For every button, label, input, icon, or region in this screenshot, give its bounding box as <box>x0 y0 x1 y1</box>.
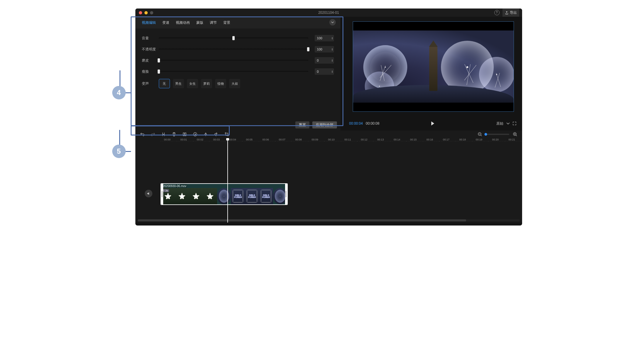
ruler-tick: 00:07 <box>275 138 292 144</box>
slider-smooth-skin-thumb[interactable] <box>158 58 160 62</box>
zoom-out-button[interactable] <box>477 131 483 137</box>
stepper-smooth-skin[interactable]: ▴▾ <box>332 59 333 62</box>
clip-trim-right[interactable] <box>285 184 287 204</box>
clip-trim-left[interactable] <box>161 184 163 204</box>
reset-button[interactable]: 重置 <box>295 121 309 128</box>
ruler-tick: 00:10 <box>325 138 341 144</box>
clip-thumbnails: GIRLSPOWER GIRLSPOWER GIRLSPOWER <box>161 188 287 204</box>
ruler-tick: 00:03 <box>210 138 226 144</box>
label-smooth-skin: 磨皮 <box>142 58 159 63</box>
apply-all-button[interactable]: 应用到全部 <box>312 121 337 128</box>
label-slim-face: 瘦脸 <box>142 69 159 74</box>
slider-opacity[interactable] <box>159 46 308 52</box>
ruler-tick: 00:21 <box>505 138 522 144</box>
mirror-button[interactable] <box>203 131 209 137</box>
undo-button[interactable] <box>139 131 145 137</box>
panel-collapse-button[interactable] <box>329 19 336 26</box>
snap-button[interactable] <box>182 131 188 137</box>
properties-panel: 视频编辑 变速 视频动画 蒙版 调节 背景 音量 <box>135 17 340 130</box>
delete-button[interactable] <box>171 131 177 137</box>
slider-slim-face[interactable] <box>159 69 308 74</box>
timeline-scrollbar[interactable] <box>138 219 520 221</box>
chevron-down-icon[interactable] <box>506 122 510 125</box>
properties-tabs: 视频编辑 变速 视频动画 蒙版 调节 背景 <box>135 17 340 28</box>
row-smooth-skin: 磨皮 0 ▴▾ <box>142 55 334 66</box>
tab-video-anim[interactable]: 视频动画 <box>176 20 190 25</box>
zoom-slider-thumb[interactable] <box>484 133 487 136</box>
crop-icon <box>224 132 229 137</box>
tab-mask[interactable]: 蒙版 <box>196 20 203 25</box>
slider-slim-face-thumb[interactable] <box>158 69 160 74</box>
voice-opt-none[interactable]: 无 <box>159 79 170 88</box>
slider-opacity-thumb[interactable] <box>307 47 309 51</box>
stepper-opacity[interactable]: ▴▾ <box>332 48 333 51</box>
voice-opt-monster[interactable]: 怪物 <box>215 79 226 88</box>
voice-opt-male[interactable]: 男生 <box>173 79 184 88</box>
tab-speed[interactable]: 变速 <box>162 20 169 25</box>
ruler-tick: 00:01 <box>177 138 193 144</box>
ruler-tick: 00:19 <box>472 138 489 144</box>
crop-button[interactable] <box>224 131 230 137</box>
video-clip[interactable]: GIRLSPOWER GIRLSPOWER GIRLSPOWER 2020093… <box>161 183 288 205</box>
voice-opt-female[interactable]: 女生 <box>187 79 198 88</box>
voice-opt-loli[interactable]: 萝莉 <box>201 79 212 88</box>
stepper-slim-face[interactable]: ▴▾ <box>332 70 333 73</box>
zoom-in-icon <box>513 132 517 137</box>
value-volume[interactable]: 100 ▴▾ <box>315 35 334 41</box>
split-button[interactable] <box>161 131 166 137</box>
zoom-in-button[interactable] <box>512 131 518 137</box>
upper-row: 视频编辑 变速 视频动画 蒙版 调节 背景 音量 <box>135 17 522 130</box>
slider-volume[interactable] <box>159 35 308 41</box>
rotate-icon <box>214 132 219 137</box>
ruler-tick: 00:08 <box>292 138 308 144</box>
properties-footer: 重置 应用到全部 <box>135 119 340 130</box>
timeline-scrollbar-thumb[interactable] <box>138 219 466 221</box>
tab-background[interactable]: 背景 <box>223 20 230 25</box>
rotate-button[interactable] <box>213 131 219 137</box>
tab-video-edit[interactable]: 视频编辑 <box>142 20 156 25</box>
voice-opt-uncle[interactable]: 大叔 <box>229 79 240 88</box>
split-icon <box>161 132 166 137</box>
preview-frame-art <box>353 30 514 103</box>
slider-volume-thumb[interactable] <box>232 36 235 40</box>
zoom-mode-label[interactable]: 原始 <box>496 121 503 126</box>
properties-body: 音量 100 ▴▾ 不透明度 <box>135 28 340 119</box>
fullscreen-icon[interactable] <box>513 122 516 125</box>
row-opacity: 不透明度 100 ▴▾ <box>142 44 334 55</box>
track-mute-button[interactable] <box>145 190 152 197</box>
label-opacity: 不透明度 <box>142 47 159 52</box>
preview-timecodes: 00:00:04 00:00:08 <box>349 121 379 126</box>
undo-icon <box>140 132 145 137</box>
project-title: 20201104-01 <box>135 9 522 17</box>
timeline-area[interactable]: GIRLSPOWER GIRLSPOWER GIRLSPOWER 2020093… <box>135 144 522 223</box>
clip-filename: 20200930-06.mov <box>162 184 187 188</box>
label-voice-change: 变声 <box>142 81 159 86</box>
value-smooth-skin[interactable]: 0 ▴▾ <box>315 57 334 64</box>
stepper-volume[interactable]: ▴▾ <box>332 37 333 40</box>
preview-canvas[interactable] <box>353 21 514 112</box>
preview-controls: 00:00:04 00:00:08 原始 <box>349 116 516 130</box>
zoom-slider[interactable] <box>486 134 509 135</box>
value-opacity[interactable]: 100 ▴▾ <box>315 46 334 52</box>
ruler-tick: 00:14 <box>390 138 407 144</box>
annotation-badge-5: 5 <box>112 145 126 158</box>
ruler-tick: 00:16 <box>423 138 439 144</box>
ruler-tick: 00:00 <box>161 138 177 144</box>
time-current: 00:00:04 <box>349 121 363 126</box>
ruler-tick: 00:12 <box>357 138 374 144</box>
preview-area: 00:00:04 00:00:08 原始 <box>343 17 522 130</box>
help-icon[interactable]: ? <box>494 10 500 15</box>
slider-smooth-skin[interactable] <box>159 57 308 63</box>
playhead[interactable] <box>227 138 228 223</box>
redo-button[interactable] <box>150 131 156 137</box>
row-volume: 音量 100 ▴▾ <box>142 33 334 44</box>
speaker-icon <box>146 191 151 196</box>
tab-adjust[interactable]: 调节 <box>210 20 217 25</box>
export-button[interactable]: 导出 <box>502 9 519 17</box>
timeline-ruler[interactable]: 00:0000:0100:0200:0300:0400:0500:0600:07… <box>135 138 522 144</box>
value-slim-face[interactable]: 0 ▴▾ <box>315 68 334 75</box>
freeze-frame-button[interactable] <box>192 131 198 137</box>
export-label: 导出 <box>510 9 517 17</box>
play-button[interactable] <box>431 121 434 126</box>
ruler-tick: 00:15 <box>407 138 423 144</box>
